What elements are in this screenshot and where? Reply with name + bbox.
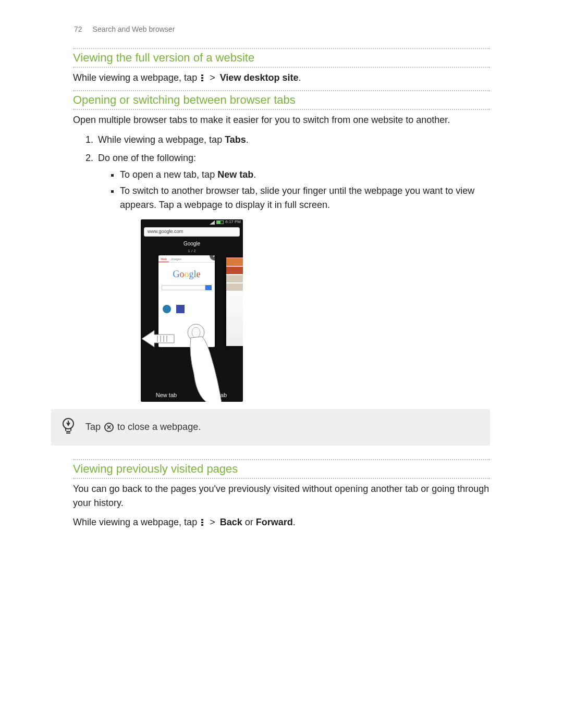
tab-counter: 1 / 2	[141, 248, 243, 255]
body-text: Open multiple browser tabs to make it ea…	[73, 113, 490, 127]
svg-rect-12	[201, 519, 203, 521]
numbered-list: While viewing a webpage, tap Tabs. Do on…	[92, 132, 490, 402]
close-circle-icon: ✕	[104, 423, 114, 432]
menu-option: New tab	[217, 169, 253, 180]
menu-option: Back	[220, 517, 242, 527]
app-shortcuts	[163, 305, 211, 313]
body-text: You can go back to the pages you've prev…	[73, 482, 490, 510]
menu-option: View desktop site	[220, 72, 299, 83]
text: To open a new tab, tap	[120, 169, 217, 180]
svg-rect-13	[201, 522, 203, 523]
section-heading-tabs: Opening or switching between browser tab…	[73, 91, 490, 109]
text: or	[242, 517, 256, 527]
page-header: 72 Search and Web browser	[74, 25, 490, 33]
status-bar: 6:17 PM	[141, 219, 243, 226]
tab-images: Images	[169, 255, 183, 262]
svg-marker-3	[210, 220, 215, 225]
menu-option: Tabs	[225, 134, 246, 145]
finger-gesture-icon	[181, 322, 223, 401]
text: .	[293, 517, 296, 527]
svg-rect-1	[201, 77, 203, 79]
google-logo: Google	[158, 267, 215, 282]
tip-callout: Tap ✕ to close a webpage.	[51, 409, 490, 446]
separator: >	[210, 72, 218, 83]
section-heading-full-version: Viewing the full version of a website	[73, 49, 490, 67]
body-text: While viewing a webpage, tap > View desk…	[73, 71, 490, 85]
svg-rect-0	[201, 75, 203, 76]
text: .	[253, 169, 256, 180]
text: Do one of the following:	[98, 153, 196, 163]
separator: >	[210, 517, 218, 527]
page-number: 72	[74, 25, 82, 33]
chapter-title: Search and Web browser	[93, 25, 175, 33]
svg-rect-14	[201, 524, 203, 526]
list-item: While viewing a webpage, tap Tabs.	[96, 132, 490, 147]
overflow-menu-icon	[201, 519, 204, 527]
browser-tab-card-secondary	[226, 257, 243, 346]
lightbulb-icon	[62, 417, 75, 437]
body-text: While viewing a webpage, tap > Back or F…	[73, 515, 490, 529]
text: While viewing a webpage, tap	[73, 72, 197, 83]
phone-screenshot: 6:17 PM www.google.com Google 1 / 2 ✕ We…	[141, 219, 243, 402]
url-bar: www.google.com	[144, 227, 240, 237]
tab-web: Web	[158, 255, 169, 262]
clock: 6:17 PM	[225, 219, 241, 226]
list-item: To open a new tab, tap New tab.	[120, 168, 490, 182]
menu-option: Forward	[256, 517, 293, 527]
divider	[73, 478, 490, 479]
text: Tap	[85, 422, 103, 432]
divider	[73, 109, 490, 110]
overflow-menu-icon	[201, 74, 204, 82]
list-item: To switch to another browser tab, slide …	[120, 184, 490, 212]
battery-icon	[216, 220, 224, 224]
text: While viewing a webpage, tap	[73, 517, 197, 527]
text: to close a webpage.	[117, 422, 201, 432]
tab-title: Google	[141, 240, 243, 248]
tip-text: Tap ✕ to close a webpage.	[85, 422, 201, 433]
text: While viewing a webpage, tap	[98, 134, 225, 145]
bullet-list: To open a new tab, tap New tab. To switc…	[120, 168, 490, 212]
text: .	[298, 72, 301, 83]
section-heading-previous-pages: Viewing previously visited pages	[73, 460, 490, 478]
list-item: Do one of the following: To open a new t…	[96, 151, 490, 402]
divider	[73, 67, 490, 68]
svg-rect-2	[201, 80, 203, 81]
search-box	[162, 285, 212, 290]
text: .	[246, 134, 249, 145]
signal-icon	[210, 220, 215, 225]
